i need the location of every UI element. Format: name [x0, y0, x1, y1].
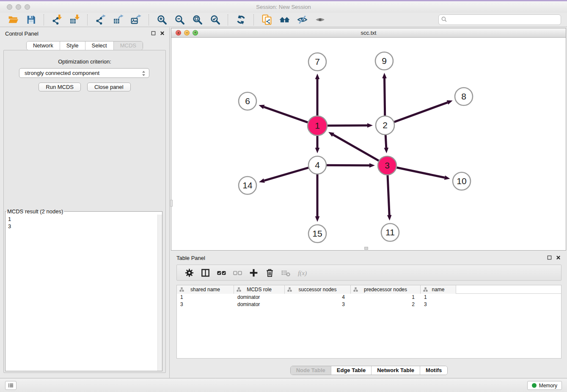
- criterion-value: strongly connected component: [25, 70, 99, 76]
- table-cell[interactable]: 1: [421, 294, 456, 301]
- graph-node-8[interactable]: 8: [455, 88, 473, 105]
- import-network-icon[interactable]: [51, 14, 63, 26]
- toolbar-separator: [149, 14, 149, 25]
- table-cell[interactable]: 1: [177, 294, 234, 301]
- import-table-icon[interactable]: [69, 14, 80, 26]
- hide-style-icon[interactable]: [296, 14, 308, 26]
- window-titlebar: Session: New Session: [0, 1, 567, 13]
- tab-style[interactable]: Style: [60, 41, 85, 50]
- zoom-selected-icon[interactable]: [209, 14, 221, 26]
- control-panel: Control Panel NetworkStyleSelectMCDS Opt…: [0, 28, 170, 378]
- graph-edge-3-11[interactable]: [388, 175, 389, 215]
- graph-node-9[interactable]: 9: [375, 52, 393, 70]
- float-panel-icon[interactable]: [151, 30, 156, 36]
- clone-network-icon[interactable]: [261, 14, 272, 26]
- graph-edge-1-2[interactable]: [328, 125, 367, 126]
- graph-node-3[interactable]: 3: [378, 156, 396, 175]
- table-header-row: shared nameMCDS rolesuccessor nodesprede…: [177, 285, 561, 294]
- tab-network-table[interactable]: Network Table: [371, 366, 420, 375]
- graph-node-6[interactable]: 6: [239, 92, 256, 110]
- export-image-icon[interactable]: [130, 14, 142, 26]
- network-graph: 7968124314101511: [171, 38, 567, 251]
- save-icon[interactable]: [25, 14, 37, 26]
- column-header-MCDS-role[interactable]: MCDS role: [234, 285, 285, 294]
- graph-node-7[interactable]: 7: [308, 53, 326, 71]
- table-row[interactable]: 1dominator411: [177, 294, 561, 301]
- tab-mcds[interactable]: MCDS: [113, 41, 143, 50]
- column-header-name[interactable]: name: [421, 285, 456, 294]
- search-input[interactable]: [438, 14, 561, 25]
- table-cell[interactable]: dominator: [234, 294, 285, 301]
- graph-edge-arrow-1-7: [315, 74, 320, 79]
- svg-text:1: 1: [315, 121, 320, 130]
- select-all-icon[interactable]: [216, 267, 227, 278]
- graph-node-4[interactable]: 4: [308, 156, 326, 174]
- column-header-successor-nodes[interactable]: successor nodes: [285, 285, 351, 294]
- export-table-icon[interactable]: [112, 14, 124, 26]
- tab-network[interactable]: Network: [27, 41, 60, 50]
- graph-edge-arrow-2-9: [382, 73, 387, 78]
- network-canvas[interactable]: 7968124314101511: [171, 38, 566, 250]
- graph-edge-4-14[interactable]: [264, 168, 308, 180]
- graph-edge-3-10[interactable]: [397, 168, 445, 178]
- canvas-scroll-thumb[interactable]: [364, 247, 368, 250]
- graph-node-10[interactable]: 10: [453, 172, 471, 190]
- memory-button[interactable]: Memory: [527, 381, 562, 390]
- zoom-in-icon[interactable]: [156, 14, 168, 26]
- deselect-all-icon[interactable]: [232, 267, 243, 278]
- tab-edge-table[interactable]: Edge Table: [331, 366, 371, 375]
- mcds-result-box: MCDS result (2 nodes) 13: [5, 208, 162, 371]
- panel-splitter-handle[interactable]: [170, 200, 173, 207]
- table-cell[interactable]: 3: [285, 301, 351, 308]
- graph-edge-arrow-1-6: [259, 105, 264, 109]
- run-mcds-button[interactable]: Run MCDS: [39, 83, 81, 91]
- graph-edge-2-8[interactable]: [394, 102, 448, 122]
- table-cell[interactable]: 2: [351, 301, 421, 308]
- table-cell[interactable]: 4: [285, 294, 351, 301]
- graph-edge-1-6[interactable]: [264, 107, 308, 122]
- close-panel-button[interactable]: Close panel: [87, 83, 131, 91]
- refresh-icon[interactable]: [235, 14, 247, 26]
- graph-node-2[interactable]: 2: [376, 116, 394, 135]
- graph-edge-2-3[interactable]: [385, 135, 386, 148]
- optimization-criterion-select[interactable]: strongly connected component: [19, 68, 149, 78]
- zoom-out-icon[interactable]: [173, 14, 185, 26]
- table-cell[interactable]: dominator: [234, 301, 285, 308]
- float-table-panel-icon[interactable]: [547, 255, 552, 260]
- network-window-titlebar[interactable]: x – + scc.txt: [171, 28, 566, 38]
- open-folder-icon[interactable]: [7, 14, 19, 26]
- close-table-panel-icon[interactable]: [556, 255, 561, 260]
- mcds-result-list[interactable]: 13: [6, 215, 162, 231]
- tab-select[interactable]: Select: [85, 41, 113, 50]
- home-icon[interactable]: [278, 14, 290, 26]
- svg-text:15: 15: [312, 229, 322, 238]
- tab-motifs[interactable]: Motifs: [420, 366, 447, 375]
- column-header-shared-name[interactable]: shared name: [177, 285, 234, 294]
- table-cell[interactable]: 1: [351, 294, 421, 301]
- graph-node-14[interactable]: 14: [239, 177, 256, 194]
- export-network-icon[interactable]: [94, 14, 106, 26]
- table-cell[interactable]: 3: [177, 301, 234, 308]
- svg-text:14: 14: [242, 180, 253, 190]
- graph-edge-3-1[interactable]: [333, 135, 379, 160]
- table-row[interactable]: 3dominator323: [177, 301, 561, 308]
- result-scrollbar[interactable]: [157, 215, 162, 371]
- graph-node-15[interactable]: 15: [308, 225, 326, 243]
- column-header-predecessor-nodes[interactable]: predecessor nodes: [351, 285, 421, 294]
- graph-edge-arrow-1-4: [315, 148, 320, 153]
- table-cell[interactable]: 3: [421, 301, 456, 308]
- toolbar-separator: [253, 14, 254, 25]
- delete-column-icon[interactable]: [264, 267, 275, 278]
- tab-node-table[interactable]: Node Table: [291, 366, 331, 375]
- show-panel-button[interactable]: [5, 381, 17, 390]
- graph-node-11[interactable]: 11: [381, 224, 399, 241]
- search-icon: [441, 17, 447, 22]
- close-panel-icon[interactable]: [160, 30, 165, 36]
- graph-edge-4-3[interactable]: [327, 165, 369, 166]
- gear-icon[interactable]: [184, 267, 195, 278]
- add-column-icon[interactable]: [248, 267, 259, 278]
- column-layout-icon[interactable]: [200, 267, 211, 278]
- graph-node-1[interactable]: 1: [308, 116, 327, 135]
- graph-edge-2-9[interactable]: [385, 78, 385, 116]
- zoom-fit-icon[interactable]: [191, 14, 203, 26]
